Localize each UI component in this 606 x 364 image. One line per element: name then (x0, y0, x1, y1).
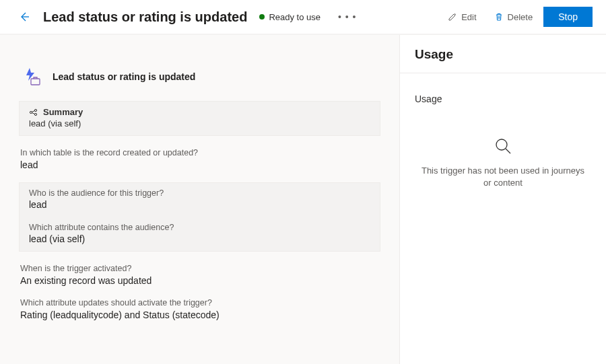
updates-question: Which attribute updates should activate … (20, 298, 379, 307)
pencil-icon (448, 12, 457, 22)
status-dot-icon (259, 14, 265, 20)
summary-label: Summary (43, 107, 83, 117)
when-question: When is the trigger activated? (20, 264, 379, 273)
svg-rect-0 (31, 79, 40, 85)
side-title: Usage (415, 47, 591, 62)
summary-graph-icon (29, 108, 38, 116)
trigger-header: Lead status or rating is updated (19, 67, 380, 86)
side-subtitle: Usage (415, 94, 591, 104)
page-title: Lead status or rating is updated (43, 9, 247, 25)
trigger-lightning-briefcase-icon (24, 67, 42, 86)
svg-point-2 (34, 109, 36, 111)
status-label: Ready to use (269, 12, 321, 22)
search-icon (494, 137, 512, 155)
table-question: In which table is the record created or … (20, 148, 379, 157)
svg-point-4 (496, 139, 507, 150)
summary-card: Summary lead (via self) (19, 101, 380, 136)
stop-button[interactable]: Stop (543, 7, 593, 27)
when-value: An existing record was updated (20, 275, 379, 286)
more-actions-icon[interactable]: • • • (338, 11, 356, 22)
svg-point-1 (30, 111, 32, 113)
status-pill: Ready to use (259, 12, 321, 22)
delete-button[interactable]: Delete (487, 8, 540, 26)
empty-state: This trigger has not been used in journe… (415, 137, 591, 189)
delete-label: Delete (508, 12, 533, 22)
table-field: In which table is the record created or … (19, 148, 380, 170)
trigger-title: Lead status or rating is updated (53, 71, 195, 82)
updates-value: Rating (leadqualitycode) and Status (sta… (20, 310, 379, 320)
audience-card: Who is the audience for this trigger? le… (19, 182, 380, 252)
when-field: When is the trigger activated? An existi… (19, 264, 380, 286)
usage-side-panel: Usage Usage This trigger has not been us… (399, 35, 606, 364)
empty-text: This trigger has not been used in journe… (415, 165, 591, 189)
audience-value: lead (29, 199, 370, 210)
svg-point-3 (34, 113, 36, 115)
page-header: Lead status or rating is updated Ready t… (0, 0, 606, 35)
audience-question: Who is the audience for this trigger? (29, 188, 370, 198)
attribute-value: lead (via self) (29, 233, 370, 244)
back-arrow-icon[interactable] (19, 11, 30, 22)
edit-label: Edit (461, 12, 476, 22)
updates-field: Which attribute updates should activate … (19, 298, 380, 320)
edit-button[interactable]: Edit (441, 8, 483, 26)
trash-icon (494, 12, 504, 22)
table-value: lead (20, 159, 379, 170)
summary-value: lead (via self) (29, 118, 370, 129)
side-header: Usage (400, 35, 606, 73)
stop-label: Stop (558, 11, 578, 22)
attribute-question: Which attribute contains the audience? (29, 223, 370, 232)
main-panel: Lead status or rating is updated Summary… (0, 35, 399, 364)
